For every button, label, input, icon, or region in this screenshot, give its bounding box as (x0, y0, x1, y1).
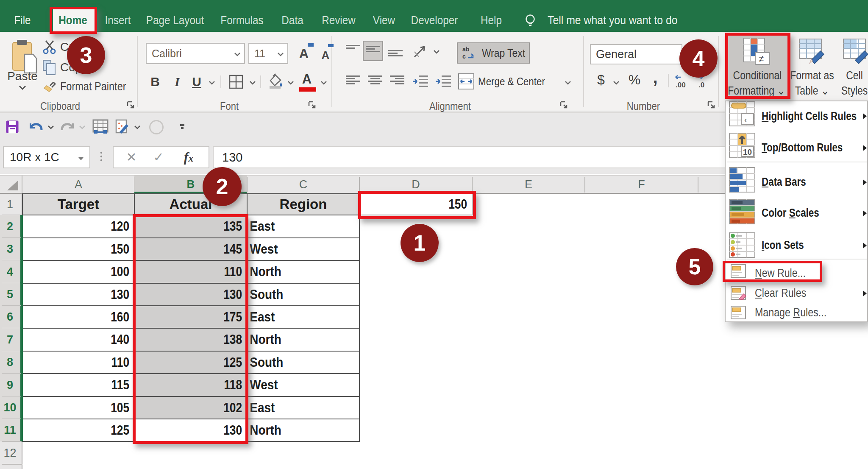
svg-text:ab: ab (462, 46, 469, 53)
svg-text:.00: .00 (676, 81, 686, 89)
svg-text:‹: ‹ (744, 115, 747, 124)
svg-text:c: c (462, 53, 466, 60)
svg-text:.0: .0 (698, 81, 704, 89)
svg-text:10: 10 (743, 148, 752, 156)
